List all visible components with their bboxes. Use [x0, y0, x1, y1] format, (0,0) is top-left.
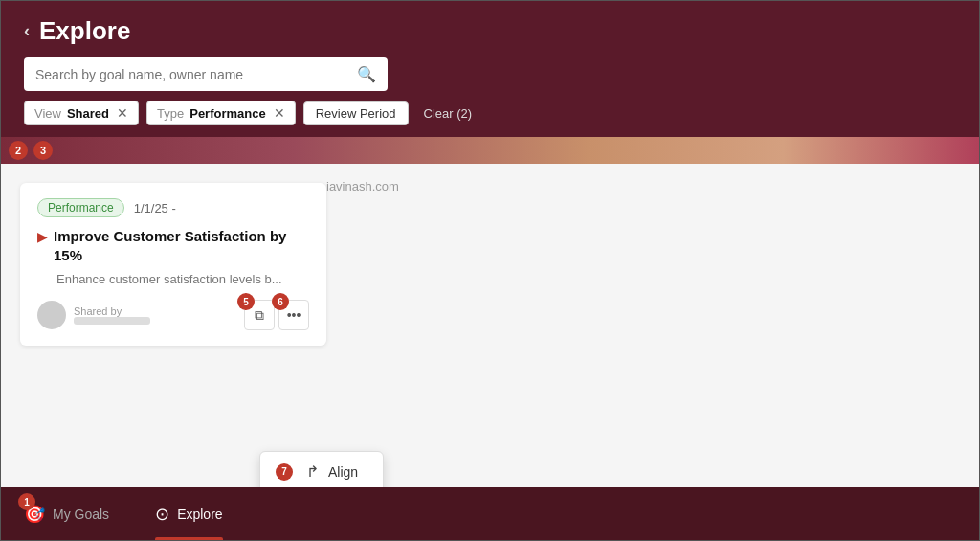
card-arrow-icon: ▶ — [37, 229, 48, 244]
header: ‹ Explore 🔍 View Shared ✕ Type Performan… — [1, 1, 979, 137]
card-description: Enhance customer satisfaction levels b..… — [37, 272, 309, 286]
page-title: Explore — [39, 16, 130, 46]
type-filter-close[interactable]: ✕ — [274, 105, 285, 121]
app-container: ‹ Explore 🔍 View Shared ✕ Type Performan… — [0, 0, 980, 541]
avatar — [37, 301, 66, 329]
review-period-button[interactable]: Review Period — [303, 101, 409, 125]
align-icon: ↱ — [306, 462, 319, 481]
type-badge: Performance — [37, 198, 124, 217]
type-filter-chip[interactable]: Type Performance ✕ — [146, 101, 296, 125]
explore-icon: ⊙ — [155, 504, 169, 525]
my-goals-nav-item[interactable]: 1 🎯 My Goals — [1, 487, 132, 540]
align-item[interactable]: 7 ↱ Align — [260, 452, 383, 487]
card-date: 1/1/25 - — [134, 201, 176, 215]
shared-label: Shared by — [74, 305, 150, 317]
card-top: Performance 1/1/25 - — [37, 198, 309, 217]
shared-name-placeholder — [74, 317, 150, 325]
card-footer: Shared by 5 ⧉ 6 ••• — [37, 300, 309, 330]
filter-row: View Shared ✕ Type Performance ✕ Review … — [24, 101, 956, 125]
type-filter-label: Type — [157, 106, 184, 121]
card-actions: 5 ⧉ 6 ••• — [244, 300, 309, 330]
dropdown-menu: 7 ↱ Align 8 🗑 Ignore — [259, 451, 384, 487]
my-goals-label: My Goals — [53, 507, 109, 522]
badge-5: 5 — [237, 293, 255, 310]
badge-6: 6 — [272, 293, 289, 310]
badge-row: 2 3 — [1, 137, 979, 164]
goal-card: Performance 1/1/25 - ▶ Improve Customer … — [20, 183, 326, 346]
back-button[interactable]: ‹ — [24, 21, 30, 41]
view-filter-value: Shared — [67, 106, 109, 121]
explore-nav-item[interactable]: ⊙ Explore — [132, 487, 245, 540]
explore-label: Explore — [177, 507, 222, 522]
bottom-nav: 1 🎯 My Goals ⊙ Explore — [1, 487, 979, 540]
badge-1: 1 — [18, 493, 35, 510]
badge-7: 7 — [276, 463, 293, 481]
watermark: iavinash.com — [326, 179, 399, 193]
copy-icon: ⧉ — [255, 307, 264, 324]
header-top: ‹ Explore — [24, 16, 956, 46]
align-label: Align — [328, 464, 358, 480]
search-input[interactable] — [35, 67, 357, 82]
shared-by-section: Shared by — [37, 301, 150, 329]
view-filter-label: View — [34, 106, 61, 121]
main-content: iavinash.com Performance 1/1/25 - ▶ Impr… — [1, 164, 979, 487]
card-title: Improve Customer Satisfaction by 15% — [54, 227, 309, 264]
card-title-row: ▶ Improve Customer Satisfaction by 15% — [37, 227, 309, 264]
more-options-button[interactable]: 6 ••• — [278, 300, 309, 330]
type-filter-value: Performance — [189, 106, 265, 121]
view-filter-chip[interactable]: View Shared ✕ — [24, 101, 139, 125]
clear-filters-button[interactable]: Clear (2) — [416, 102, 480, 124]
shared-info: Shared by — [74, 305, 150, 325]
badge-3: 3 — [33, 141, 53, 160]
view-filter-close[interactable]: ✕ — [117, 105, 128, 121]
search-bar[interactable]: 🔍 — [24, 57, 388, 91]
badge-2: 2 — [9, 141, 28, 160]
search-icon: 🔍 — [357, 65, 376, 83]
copy-button[interactable]: 5 ⧉ — [244, 300, 275, 330]
more-icon: ••• — [287, 307, 301, 323]
